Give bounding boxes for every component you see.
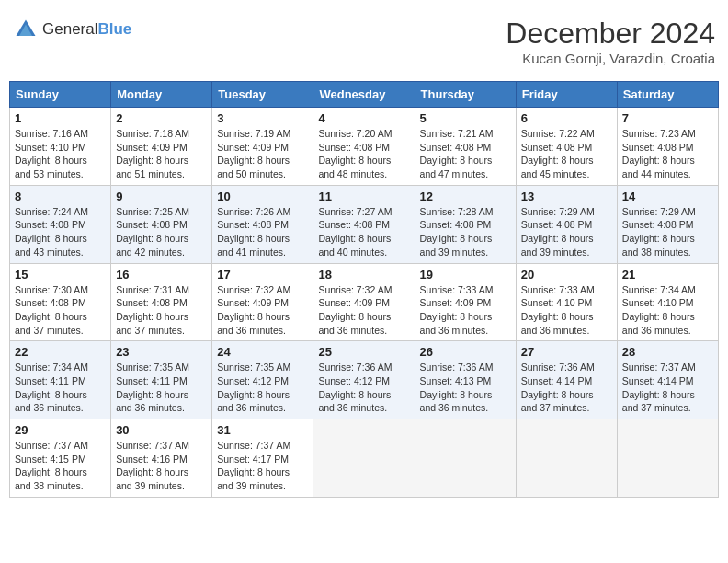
day-number: 19 bbox=[420, 268, 511, 282]
calendar-week-row: 29Sunrise: 7:37 AMSunset: 4:15 PMDayligh… bbox=[10, 419, 719, 498]
day-info: Sunrise: 7:32 AMSunset: 4:09 PMDaylight:… bbox=[318, 283, 409, 338]
day-number: 27 bbox=[521, 345, 612, 359]
day-number: 17 bbox=[217, 268, 308, 282]
table-row bbox=[415, 419, 516, 498]
day-info: Sunrise: 7:26 AMSunset: 4:08 PMDaylight:… bbox=[217, 205, 308, 259]
table-row: 24Sunrise: 7:35 AMSunset: 4:12 PMDayligh… bbox=[212, 341, 313, 419]
day-number: 10 bbox=[217, 190, 308, 203]
day-number: 24 bbox=[217, 345, 308, 359]
table-row: 30Sunrise: 7:37 AMSunset: 4:16 PMDayligh… bbox=[111, 419, 212, 498]
day-info: Sunrise: 7:37 AMSunset: 4:15 PMDaylight:… bbox=[15, 439, 106, 493]
col-saturday: Saturday bbox=[617, 82, 718, 108]
day-number: 9 bbox=[116, 190, 207, 203]
logo: GeneralBlue bbox=[13, 17, 131, 42]
table-row: 15Sunrise: 7:30 AMSunset: 4:08 PMDayligh… bbox=[10, 263, 111, 341]
calendar-week-row: 15Sunrise: 7:30 AMSunset: 4:08 PMDayligh… bbox=[10, 263, 719, 341]
table-row: 25Sunrise: 7:36 AMSunset: 4:12 PMDayligh… bbox=[313, 341, 415, 419]
calendar-week-row: 22Sunrise: 7:34 AMSunset: 4:11 PMDayligh… bbox=[10, 341, 719, 419]
day-number: 20 bbox=[521, 268, 612, 282]
day-number: 15 bbox=[15, 268, 106, 282]
day-number: 14 bbox=[622, 190, 713, 203]
day-info: Sunrise: 7:33 AMSunset: 4:09 PMDaylight:… bbox=[420, 283, 511, 338]
table-row: 13Sunrise: 7:29 AMSunset: 4:08 PMDayligh… bbox=[516, 185, 617, 263]
day-info: Sunrise: 7:18 AMSunset: 4:09 PMDaylight:… bbox=[116, 127, 207, 181]
table-row: 8Sunrise: 7:24 AMSunset: 4:08 PMDaylight… bbox=[10, 185, 111, 263]
day-info: Sunrise: 7:37 AMSunset: 4:14 PMDaylight:… bbox=[622, 361, 713, 415]
table-row: 1Sunrise: 7:16 AMSunset: 4:10 PMDaylight… bbox=[10, 108, 111, 186]
day-info: Sunrise: 7:25 AMSunset: 4:08 PMDaylight:… bbox=[116, 205, 207, 259]
day-info: Sunrise: 7:36 AMSunset: 4:13 PMDaylight:… bbox=[420, 361, 511, 415]
day-info: Sunrise: 7:29 AMSunset: 4:08 PMDaylight:… bbox=[622, 205, 713, 259]
table-row: 17Sunrise: 7:32 AMSunset: 4:09 PMDayligh… bbox=[212, 263, 313, 341]
day-info: Sunrise: 7:22 AMSunset: 4:08 PMDaylight:… bbox=[521, 127, 612, 181]
day-info: Sunrise: 7:35 AMSunset: 4:11 PMDaylight:… bbox=[116, 361, 207, 415]
day-info: Sunrise: 7:34 AMSunset: 4:10 PMDaylight:… bbox=[622, 283, 713, 338]
table-row: 19Sunrise: 7:33 AMSunset: 4:09 PMDayligh… bbox=[415, 263, 516, 341]
table-row: 21Sunrise: 7:34 AMSunset: 4:10 PMDayligh… bbox=[617, 263, 718, 341]
calendar-header-row: Sunday Monday Tuesday Wednesday Thursday… bbox=[10, 82, 719, 108]
day-number: 29 bbox=[15, 423, 106, 437]
day-info: Sunrise: 7:31 AMSunset: 4:08 PMDaylight:… bbox=[116, 283, 207, 338]
col-sunday: Sunday bbox=[10, 82, 111, 108]
day-number: 11 bbox=[318, 190, 409, 203]
day-number: 12 bbox=[420, 190, 511, 203]
col-wednesday: Wednesday bbox=[313, 82, 415, 108]
table-row: 18Sunrise: 7:32 AMSunset: 4:09 PMDayligh… bbox=[313, 263, 415, 341]
day-info: Sunrise: 7:23 AMSunset: 4:08 PMDaylight:… bbox=[622, 127, 713, 181]
day-number: 22 bbox=[15, 345, 106, 359]
day-number: 7 bbox=[622, 111, 713, 125]
day-number: 8 bbox=[15, 190, 106, 203]
table-row: 4Sunrise: 7:20 AMSunset: 4:08 PMDaylight… bbox=[313, 108, 415, 186]
table-row: 16Sunrise: 7:31 AMSunset: 4:08 PMDayligh… bbox=[111, 263, 212, 341]
table-row: 26Sunrise: 7:36 AMSunset: 4:13 PMDayligh… bbox=[415, 341, 516, 419]
table-row: 11Sunrise: 7:27 AMSunset: 4:08 PMDayligh… bbox=[313, 185, 415, 263]
day-number: 6 bbox=[521, 111, 612, 125]
day-info: Sunrise: 7:27 AMSunset: 4:08 PMDaylight:… bbox=[318, 205, 409, 259]
day-info: Sunrise: 7:21 AMSunset: 4:08 PMDaylight:… bbox=[420, 127, 511, 181]
day-number: 4 bbox=[318, 111, 409, 125]
day-info: Sunrise: 7:16 AMSunset: 4:10 PMDaylight:… bbox=[15, 127, 106, 181]
day-info: Sunrise: 7:29 AMSunset: 4:08 PMDaylight:… bbox=[521, 205, 612, 259]
col-friday: Friday bbox=[516, 82, 617, 108]
day-number: 21 bbox=[622, 268, 713, 282]
col-tuesday: Tuesday bbox=[212, 82, 313, 108]
table-row: 22Sunrise: 7:34 AMSunset: 4:11 PMDayligh… bbox=[10, 341, 111, 419]
table-row: 14Sunrise: 7:29 AMSunset: 4:08 PMDayligh… bbox=[617, 185, 718, 263]
day-number: 30 bbox=[116, 423, 207, 437]
calendar-week-row: 8Sunrise: 7:24 AMSunset: 4:08 PMDaylight… bbox=[10, 185, 719, 263]
col-thursday: Thursday bbox=[415, 82, 516, 108]
day-number: 25 bbox=[318, 345, 409, 359]
day-info: Sunrise: 7:32 AMSunset: 4:09 PMDaylight:… bbox=[217, 283, 308, 338]
day-number: 5 bbox=[420, 111, 511, 125]
table-row: 10Sunrise: 7:26 AMSunset: 4:08 PMDayligh… bbox=[212, 185, 313, 263]
day-number: 31 bbox=[217, 423, 308, 437]
day-info: Sunrise: 7:36 AMSunset: 4:12 PMDaylight:… bbox=[318, 361, 409, 415]
table-row: 9Sunrise: 7:25 AMSunset: 4:08 PMDaylight… bbox=[111, 185, 212, 263]
table-row: 31Sunrise: 7:37 AMSunset: 4:17 PMDayligh… bbox=[212, 419, 313, 498]
day-number: 13 bbox=[521, 190, 612, 203]
day-number: 18 bbox=[318, 268, 409, 282]
table-row: 27Sunrise: 7:36 AMSunset: 4:14 PMDayligh… bbox=[516, 341, 617, 419]
table-row: 6Sunrise: 7:22 AMSunset: 4:08 PMDaylight… bbox=[516, 108, 617, 186]
day-info: Sunrise: 7:36 AMSunset: 4:14 PMDaylight:… bbox=[521, 361, 612, 415]
day-info: Sunrise: 7:28 AMSunset: 4:08 PMDaylight:… bbox=[420, 205, 511, 259]
day-info: Sunrise: 7:20 AMSunset: 4:08 PMDaylight:… bbox=[318, 127, 409, 181]
day-number: 16 bbox=[116, 268, 207, 282]
day-info: Sunrise: 7:19 AMSunset: 4:09 PMDaylight:… bbox=[217, 127, 308, 181]
calendar-table: Sunday Monday Tuesday Wednesday Thursday… bbox=[9, 81, 719, 498]
day-number: 1 bbox=[15, 111, 106, 125]
day-number: 2 bbox=[116, 111, 207, 125]
calendar-week-row: 1Sunrise: 7:16 AMSunset: 4:10 PMDaylight… bbox=[10, 108, 719, 186]
location-subtitle: Kucan Gornji, Varazdin, Croatia bbox=[506, 51, 715, 66]
day-info: Sunrise: 7:30 AMSunset: 4:08 PMDaylight:… bbox=[15, 283, 106, 338]
title-section: December 2024 Kucan Gornji, Varazdin, Cr… bbox=[506, 17, 715, 66]
logo-icon bbox=[13, 17, 39, 42]
table-row: 2Sunrise: 7:18 AMSunset: 4:09 PMDaylight… bbox=[111, 108, 212, 186]
table-row bbox=[516, 419, 617, 498]
day-number: 23 bbox=[116, 345, 207, 359]
day-info: Sunrise: 7:37 AMSunset: 4:17 PMDaylight:… bbox=[217, 439, 308, 493]
col-monday: Monday bbox=[111, 82, 212, 108]
month-title: December 2024 bbox=[506, 17, 715, 51]
day-info: Sunrise: 7:24 AMSunset: 4:08 PMDaylight:… bbox=[15, 205, 106, 259]
table-row: 20Sunrise: 7:33 AMSunset: 4:10 PMDayligh… bbox=[516, 263, 617, 341]
